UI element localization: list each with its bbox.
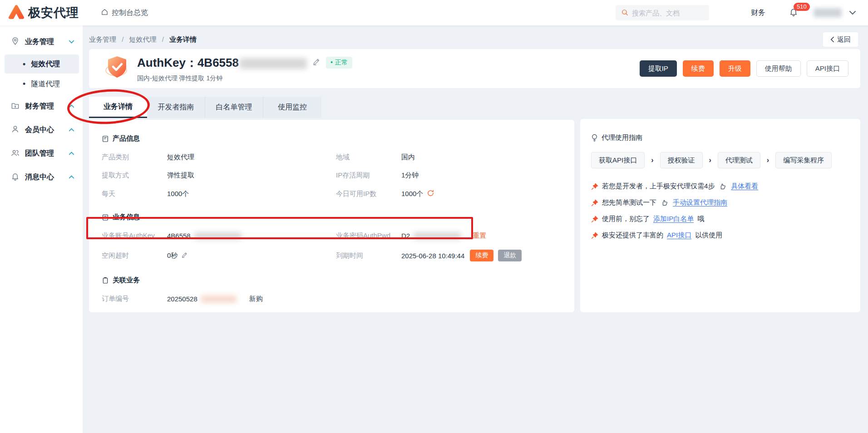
shield-icon (105, 55, 129, 82)
thumbs-up-icon (661, 199, 668, 207)
refresh-icon[interactable] (427, 189, 434, 198)
related-title-row: 关联业务 (102, 276, 562, 285)
tip-link-see-detail[interactable]: 具体看看 (731, 182, 758, 191)
console-overview-link[interactable]: 控制台总览 (101, 8, 148, 18)
brand-logo-icon (8, 5, 25, 21)
pushpin-icon (591, 232, 598, 239)
chevron-right-icon: › (709, 156, 711, 164)
tab-developer-guide[interactable]: 开发者指南 (147, 97, 205, 118)
guide-title-row: 代理使用指南 (591, 133, 849, 142)
related-title: 关联业务 (113, 276, 140, 285)
step-proxy-test[interactable]: 代理测试 (718, 152, 760, 168)
notification-badge: 510 (794, 3, 810, 11)
field-ip-lifetime: IP存活周期1分钟 (336, 171, 562, 180)
user-menu-chevron-icon[interactable] (849, 9, 856, 17)
product-info-title: 产品信息 (113, 134, 140, 143)
edit-icon[interactable] (181, 251, 188, 260)
sidebar-item-finance[interactable]: 财务管理 (0, 94, 83, 118)
sidebar-item-tunnel-proxy-label: 隧道代理 (31, 79, 60, 89)
step-auth[interactable]: 授权验证 (660, 152, 703, 168)
chevron-right-icon: › (651, 156, 653, 164)
sidebar-item-team[interactable]: 团队管理 (0, 142, 83, 165)
bullet-icon: • (23, 79, 25, 89)
tab-monitor[interactable]: 使用监控 (263, 97, 321, 118)
tip-api: 极安还提供了丰富的 API接口以供使用 (591, 231, 849, 240)
main-content: 业务管理 / 短效代理 / 业务详情 返回 (83, 25, 868, 433)
detail-card: 产品信息 产品类别短效代理 地域国内 提取方式弹性提取 IP存活周期1分钟 每天… (89, 120, 574, 312)
tip-quick-test: 想先简单测试一下 手动设置代理指南 (591, 198, 849, 207)
finance-folder-icon (11, 101, 20, 112)
business-info-grid: 业务账号AuthKey 4B6558 业务密码AuthPwd D2 重置 空闲超… (102, 231, 562, 261)
search-icon (621, 9, 629, 18)
refund-mini-button[interactable]: 退款 (498, 250, 522, 261)
chevron-down-icon (69, 40, 74, 44)
order-number-link[interactable]: 20250528 (167, 295, 197, 303)
finance-link[interactable]: 财务 (751, 8, 765, 18)
reset-password-link[interactable]: 重置 (473, 231, 486, 240)
service-actions: 提取IP 续费 升级 使用帮助 API接口 (640, 60, 848, 77)
tip-developer: 若您是开发者，上手极安代理仅需4步 具体看看 (591, 182, 849, 191)
sidebar-item-short-proxy[interactable]: • 短效代理 (5, 54, 79, 74)
user-name-redacted[interactable] (814, 8, 842, 17)
upgrade-button[interactable]: 升级 (720, 60, 750, 77)
section-doc-icon (102, 214, 109, 221)
pushpin-icon (591, 216, 598, 223)
service-title: AuthKey：4B6558 (137, 55, 307, 71)
step-get-api[interactable]: 获取API接口 (591, 152, 645, 168)
breadcrumb-detail: 业务详情 (169, 35, 197, 43)
renew-mini-button[interactable]: 续费 (470, 250, 493, 261)
step-write-program[interactable]: 编写采集程序 (775, 152, 832, 168)
business-info-title-row: 业务信息 (102, 213, 562, 221)
order-type-label: 新购 (249, 295, 263, 303)
field-product-type: 产品类别短效代理 (102, 153, 336, 162)
tip-link-manual-setup[interactable]: 手动设置代理指南 (673, 198, 727, 207)
section-doc-icon (102, 135, 109, 143)
chevron-up-icon (69, 104, 74, 108)
help-button[interactable]: 使用帮助 (756, 60, 801, 77)
business-info-title: 业务信息 (113, 213, 140, 221)
service-header-card: AuthKey：4B6558 •正常 国内-短效代理 弹性提取 1分钟 提取IP… (89, 49, 860, 88)
tip-link-api[interactable]: API接口 (667, 231, 691, 240)
sidebar-item-tunnel-proxy[interactable]: • 隧道代理 (5, 74, 79, 93)
api-button[interactable]: API接口 (807, 60, 848, 77)
sidebar-item-business[interactable]: 业务管理 (0, 30, 83, 54)
order-number-redacted (201, 295, 237, 303)
brand-logo[interactable]: 极安代理 (8, 5, 79, 21)
notification-bell[interactable]: 510 (789, 7, 798, 18)
sidebar-item-member[interactable]: 会员中心 (0, 118, 83, 142)
team-icon (11, 148, 20, 159)
sidebar-item-team-label: 团队管理 (25, 149, 54, 158)
field-daily-quota: 每天1000个 (102, 189, 336, 198)
breadcrumb-row: 业务管理 / 短效代理 / 业务详情 返回 (89, 32, 866, 47)
topbar-right: 财务 510 (616, 5, 856, 20)
back-button[interactable]: 返回 (823, 32, 858, 47)
global-search (616, 5, 709, 20)
guide-title: 代理使用指南 (602, 133, 642, 142)
section-clipboard-icon (102, 277, 109, 284)
breadcrumb-business[interactable]: 业务管理 (89, 35, 116, 43)
field-available-ips: 今日可用IP数 1000个 (336, 189, 562, 198)
sidebar-item-message[interactable]: 消息中心 (0, 165, 83, 189)
sidebar-item-finance-label: 财务管理 (25, 102, 54, 111)
field-authpwd: 业务密码AuthPwd D2 重置 (336, 231, 562, 240)
field-expire-time: 到期时间 2025-06-28 10:49:44 续费 退款 (336, 250, 562, 261)
tab-whitelist[interactable]: 白名单管理 (205, 97, 263, 118)
edit-icon[interactable] (312, 58, 321, 68)
tab-business-detail[interactable]: 业务详情 (89, 97, 147, 118)
bullet-icon: • (23, 59, 25, 69)
service-info: AuthKey：4B6558 •正常 国内-短效代理 弹性提取 1分钟 (137, 55, 352, 83)
guide-card: 代理使用指南 获取API接口 › 授权验证 › 代理测试 › 编写采集程序 若您… (580, 119, 860, 312)
breadcrumb-short-proxy[interactable]: 短效代理 (129, 35, 157, 43)
tip-link-add-whitelist[interactable]: 添加IP白名单 (653, 215, 694, 223)
authkey-redacted (240, 58, 307, 69)
sidebar-item-message-label: 消息中心 (25, 172, 54, 182)
search-input[interactable] (616, 5, 709, 20)
chevron-up-icon (69, 152, 74, 155)
sidebar-item-member-label: 会员中心 (25, 125, 54, 135)
extract-ip-button[interactable]: 提取IP (640, 60, 677, 77)
renew-button[interactable]: 续费 (683, 60, 714, 77)
sidebar-item-short-proxy-label: 短效代理 (31, 59, 60, 69)
field-idle-timeout: 空闲超时 0秒 (102, 250, 336, 261)
pushpin-icon (591, 183, 598, 190)
product-info-grid: 产品类别短效代理 地域国内 提取方式弹性提取 IP存活周期1分钟 每天1000个… (102, 153, 562, 198)
